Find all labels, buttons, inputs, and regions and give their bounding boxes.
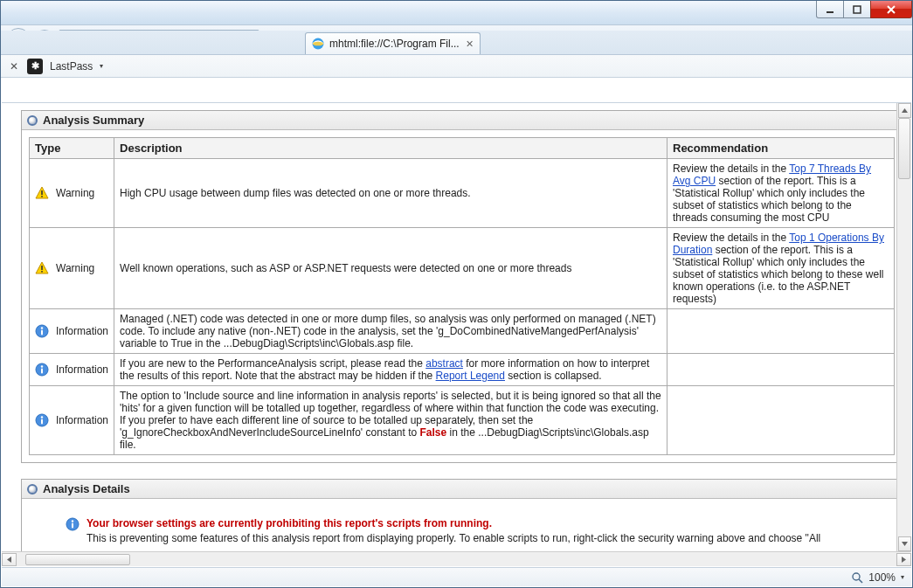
analysis-summary-section: Analysis Summary Type Description Recomm… [21,110,903,463]
tab-close-button[interactable]: ✕ [464,38,476,50]
cell-description: The option to 'Include source and line i… [114,386,667,455]
cell-description: If you are new to the PerformanceAnalysi… [114,354,667,386]
cell-type-label: Information [56,414,108,426]
cell-description: Well known operations, such as ASP or AS… [114,228,667,309]
collapse-toggle-icon[interactable] [27,115,38,126]
collapse-toggle-icon[interactable] [27,484,38,495]
scroll-down-button[interactable] [898,536,911,551]
cell-type-label: Information [56,325,108,337]
cell-type-label: Information [56,363,108,376]
svg-rect-15 [41,190,43,195]
scroll-track[interactable] [897,118,911,536]
window-controls [817,1,912,18]
analysis-details-section: Analysis Details Your browser settings a… [21,479,903,554]
abstract-link[interactable]: abstract [425,357,463,370]
report-legend-link[interactable]: Report Legend [436,370,505,382]
col-description: Description [114,138,667,159]
false-constant: False [420,426,447,439]
scroll-thumb[interactable] [25,554,130,565]
analysis-summary-header[interactable]: Analysis Summary [22,111,902,130]
scroll-track[interactable] [17,553,896,566]
cell-description: High CPU usage between dump files was de… [114,159,667,228]
scroll-right-button[interactable] [896,553,911,566]
browser-tab[interactable]: mhtml:file://C:\Program Fil... ✕ [305,32,481,54]
table-row: Warning High CPU usage between dump file… [30,159,895,228]
analysis-details-header[interactable]: Analysis Details [22,480,902,499]
svg-point-26 [41,416,43,418]
lastpass-icon[interactable]: ✱ [27,59,43,74]
window-close-button[interactable] [870,1,912,18]
window-minimize-button[interactable] [816,1,844,18]
window-maximize-button[interactable] [843,1,871,18]
cell-description: Managed (.NET) code was detected in one … [114,309,667,354]
col-type: Type [30,138,114,159]
extbar-close-button[interactable]: ✕ [8,60,20,73]
zoom-level[interactable]: 100% [868,571,896,584]
extbar-dropdown-icon[interactable]: ▾ [100,62,103,70]
cell-recommendation [667,309,895,354]
svg-line-32 [859,579,862,583]
status-bar: 100% ▾ [2,567,911,586]
table-row: Information If you are new to the Perfor… [30,354,895,386]
svg-point-20 [41,327,43,329]
extbar-label[interactable]: LastPass [50,60,93,73]
svg-rect-27 [41,419,43,425]
page-viewport[interactable]: Analysis Summary Type Description Recomm… [2,102,911,566]
table-row: Information The option to 'Include sourc… [30,386,895,455]
cell-recommendation [667,354,895,386]
info-icon [35,324,49,338]
col-recommendation: Recommendation [667,138,895,159]
horizontal-scrollbar[interactable] [2,551,911,566]
cell-type-label: Warning [56,187,94,199]
summary-table: Type Description Recommendation Warning [29,137,895,455]
browser-window: C:\Program Files\DebugDiag\F ▾ [0,0,913,588]
section-title: Analysis Summary [43,114,144,127]
svg-rect-16 [41,196,43,197]
svg-rect-1 [854,6,861,13]
scroll-left-button[interactable] [2,553,17,566]
section-title: Analysis Details [43,482,130,495]
scroll-up-button[interactable] [898,103,911,118]
svg-point-14 [313,42,323,46]
script-warning-line1: Your browser settings are currently proh… [86,516,820,531]
cell-recommendation [667,386,895,455]
report-page: Analysis Summary Type Description Recomm… [2,103,911,566]
table-row: Information Managed (.NET) code was dete… [30,309,895,354]
svg-rect-0 [827,11,833,13]
zoom-dropdown-icon[interactable]: ▾ [901,573,904,581]
tab-strip: mhtml:file://C:\Program Fil... ✕ [1,31,912,55]
svg-rect-30 [72,523,73,529]
cell-recommendation: Review the details in the Top 1 Operatio… [667,228,895,309]
svg-rect-21 [41,330,43,336]
scroll-thumb[interactable] [898,118,910,179]
svg-point-23 [41,365,43,367]
script-warning-line2: This is preventing some features of this… [86,531,820,546]
window-titlebar [1,1,912,25]
zoom-icon[interactable] [851,571,863,584]
script-warning-text: Your browser settings are currently proh… [86,516,820,546]
warning-icon [35,261,49,275]
svg-rect-18 [41,271,43,273]
info-icon [66,517,80,531]
svg-rect-17 [41,266,43,270]
cell-recommendation: Review the details in the Top 7 Threads … [667,159,895,228]
svg-rect-24 [41,369,43,374]
svg-point-31 [853,573,860,580]
extension-toolbar: ✕ ✱ LastPass ▾ [1,55,912,78]
info-icon [35,363,49,377]
warning-icon [35,186,49,200]
info-icon [35,413,49,427]
vertical-scrollbar[interactable] [896,103,911,551]
tab-label: mhtml:file://C:\Program Fil... [329,38,460,50]
ie-favicon-icon [311,37,325,51]
table-row: Warning Well known operations, such as A… [30,228,895,309]
cell-type-label: Warning [56,262,94,274]
svg-point-29 [72,520,73,522]
